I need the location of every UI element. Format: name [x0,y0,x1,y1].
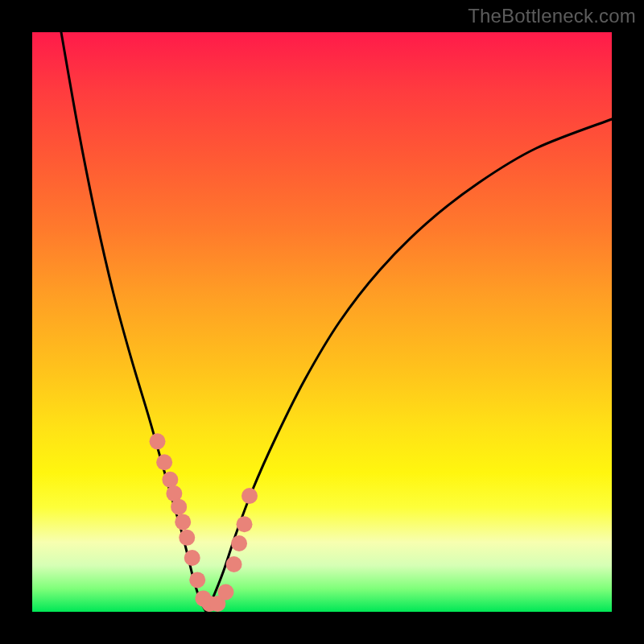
watermark-text: TheBottleneck.com [468,5,636,27]
highlight-dot [231,535,247,551]
highlight-dot [175,514,191,530]
highlight-dot [189,572,205,588]
plot-area [32,32,612,612]
chart-svg [32,32,612,612]
highlight-dot [242,488,258,504]
highlight-dot [171,499,187,515]
highlight-dot [156,454,172,470]
highlight-dot [217,584,233,601]
right-curve [206,119,612,612]
highlight-dots [150,433,258,612]
chart-frame: TheBottleneck.com [0,0,644,644]
highlight-dot [226,556,242,572]
highlight-dot [150,433,166,449]
highlight-dot [237,516,253,532]
highlight-dot [179,530,195,546]
highlight-dot [162,472,178,488]
highlight-dot [184,550,200,566]
